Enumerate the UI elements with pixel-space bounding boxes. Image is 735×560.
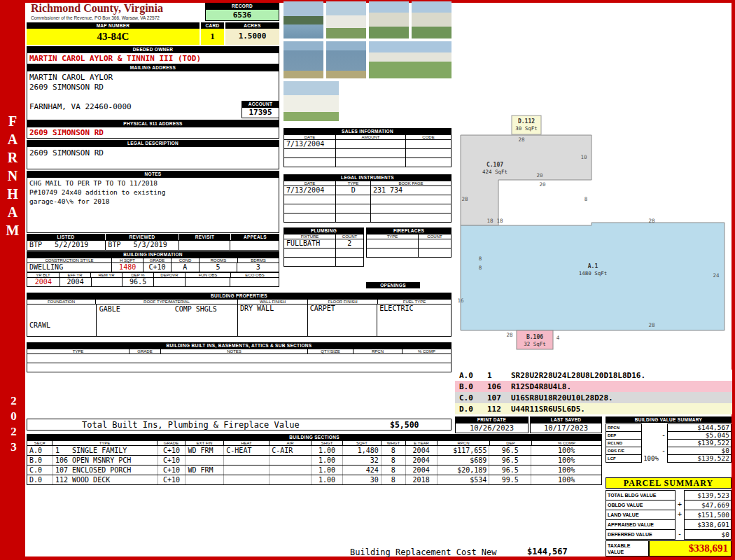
building-section-cell: 96.5: [489, 456, 531, 465]
mailing-address-line: MARTIN CAROL AYLOR: [29, 73, 276, 83]
plumbing-empty-row: [284, 258, 364, 267]
building-section-cell: [270, 465, 312, 475]
building-section-cell: 99.5: [489, 475, 531, 484]
district-name: FARNHAM: [4, 113, 20, 241]
building-sections-column-header: % COMP: [532, 440, 602, 446]
building-section-cell: [224, 475, 270, 484]
built-ins-empty-row: [27, 354, 451, 363]
sketch-code-row: B.0106R12SD4R8U4L8.: [455, 381, 732, 392]
foundation-line-1: CRAWL: [29, 321, 94, 330]
property-record-card: FARNHAM 2023 Richmond County, Virginia C…: [0, 0, 735, 560]
sketch-code-number: 106: [487, 382, 511, 391]
legal-instrument-empty-row: [284, 195, 451, 204]
sketch-dimension: 18: [486, 218, 493, 224]
sketch-code-section: C.0: [455, 393, 487, 402]
sketch-code-row: D.0112U44R11SR6U5L6D5.: [455, 403, 732, 414]
sales-information-header: SALES INFORMATION: [284, 128, 451, 134]
building-section-cell: 8: [382, 446, 406, 455]
district-sidebar: [0, 0, 25, 560]
building-section-cell: A.0: [27, 446, 53, 455]
sales-empty-row: [284, 149, 451, 158]
building-section-cell: 30: [343, 475, 382, 484]
replacement-cost-value: $144,567: [527, 547, 568, 556]
listed-header: LISTED: [27, 234, 105, 240]
building-section-cell: 8: [382, 456, 406, 465]
property-photo-shed: [326, 1, 366, 38]
legal-description-value: 2609 SIMONSON RD: [27, 146, 279, 169]
print-date-header: PRINT DATE: [455, 416, 528, 423]
legal-instrument-empty-row: [284, 214, 451, 223]
value-summary-row: LCF100%$139,522: [606, 454, 732, 463]
parcel-summary-name: APPRAISED VALUE: [606, 519, 676, 530]
building-properties-values: CRAWL CINDER BLOCK GABLE COMP SHGLS DRY …: [27, 304, 451, 337]
listed-value: BTP 5/2/2019: [27, 241, 106, 250]
account-header: ACCOUNT: [241, 101, 279, 107]
appeals-header: APPEALS: [231, 234, 279, 240]
parcel-summary-operator: +: [676, 510, 684, 520]
building-section-cell: 2004: [406, 465, 438, 475]
record-header: RECORD: [205, 3, 279, 9]
column-header-grade: GRADE: [130, 349, 161, 354]
building-info-columns-2: YR BLT EFF YR REM YR DEP % DEPOVR FUN OB…: [27, 272, 279, 278]
building-section-cell: C+10: [158, 456, 186, 465]
sketch-code-string: SR28U2R28U24L28U8L20D18L8D16.: [511, 371, 732, 380]
county-title: Richmond County, Virginia: [31, 2, 206, 15]
building-section-cell: [270, 475, 312, 484]
building-properties-header: BUILDING PROPERTIES: [27, 293, 451, 299]
property-photo-garage: [284, 81, 339, 121]
taxable-label-line-1: TAXABLE: [608, 542, 648, 549]
deeded-owner-value: MARTIN CAROL AYLOR & TINNIN III (TOD): [27, 52, 279, 64]
foundation-value: CRAWL CINDER BLOCK: [27, 304, 97, 336]
record-number: 6536: [205, 9, 279, 21]
parcel-summary-value: $151,500: [684, 510, 732, 520]
roof-type-value: GABLE: [99, 305, 120, 314]
column-header-notes: NOTES: [161, 349, 308, 354]
appeals-value: [230, 241, 279, 250]
column-header-dep: DEP %: [122, 272, 154, 278]
building-section-cell: 8: [382, 465, 406, 475]
column-header-foundation: FOUNDATION: [27, 299, 96, 304]
parcel-summary-row: APPRAISED VALUE$338,691: [606, 519, 732, 530]
building-section-cell: 8: [382, 475, 406, 484]
mailing-address-header: MAILING ADDRESS: [27, 64, 279, 71]
sketch-code-string: U16SR8U18R20U10L28D28.: [511, 393, 732, 402]
notes-line: garage-40\% for 2018: [29, 197, 276, 206]
mailing-address-line: [29, 92, 276, 102]
print-date-value: 10/26/2023: [455, 423, 528, 433]
fixture-count: 2: [336, 239, 363, 248]
sketch-dimension: 28: [461, 196, 468, 202]
parcel-summary-value: $139,523: [684, 490, 732, 500]
building-sections-column-header: E YEAR: [406, 440, 438, 446]
building-section-cell: 106 OPEN MSNRY PCH: [53, 456, 158, 465]
column-header-amount: AMOUNT: [336, 134, 406, 140]
condition-value: A: [172, 263, 200, 272]
sketch-code-string: R12SD4R8U4L8.: [511, 382, 732, 391]
remodel-year-value: [92, 278, 123, 286]
built-ins-header: BUILDING BUILT INS, BASEMENTS, ATTICS & …: [27, 342, 451, 349]
sketch-code-list: A.01SR28U2R28U24L28U8L20D18L8D16.B.0106R…: [455, 370, 732, 414]
parcel-summary-operator: +: [676, 500, 684, 510]
notes-line: CHG MAIL TO PER TP TO TO 11/2018: [29, 179, 276, 188]
building-section-row: A.01 SINGLE FAMILYC+10WD FRMC-HEATC-AIR1…: [27, 446, 602, 456]
building-section-cell: [186, 456, 224, 465]
replacement-cost-label: Building Replacement Cost New: [350, 547, 497, 557]
sketch-dimension: 10: [580, 154, 587, 160]
sketch-code-section: D.0: [455, 405, 487, 414]
sketch-dimension: 8: [584, 196, 588, 202]
sketch-code-number: 112: [487, 405, 511, 414]
acres-value: 1.5000: [225, 29, 279, 45]
notes-header: NOTES: [27, 171, 279, 177]
building-section-cell: 424: [343, 465, 382, 475]
plumbing-empty-row: [284, 248, 364, 258]
roof-material-value: COMP SHGLS: [175, 305, 217, 314]
sketch-code-number: 1: [487, 371, 511, 380]
sketch-region-id: D.112: [518, 118, 535, 125]
fuel-type-value: ELECTRIC: [377, 304, 451, 336]
building-section-cell: 2004: [406, 456, 438, 465]
sale-code: [406, 140, 451, 148]
column-header-date: DATE: [284, 134, 336, 140]
building-sections-column-header: HEAT: [224, 440, 270, 446]
building-section-cell: 107 ENCLOSED PORCH: [53, 465, 158, 475]
built-ins-total-value: $5,500: [390, 420, 419, 430]
ecoobs-value: [230, 278, 279, 286]
